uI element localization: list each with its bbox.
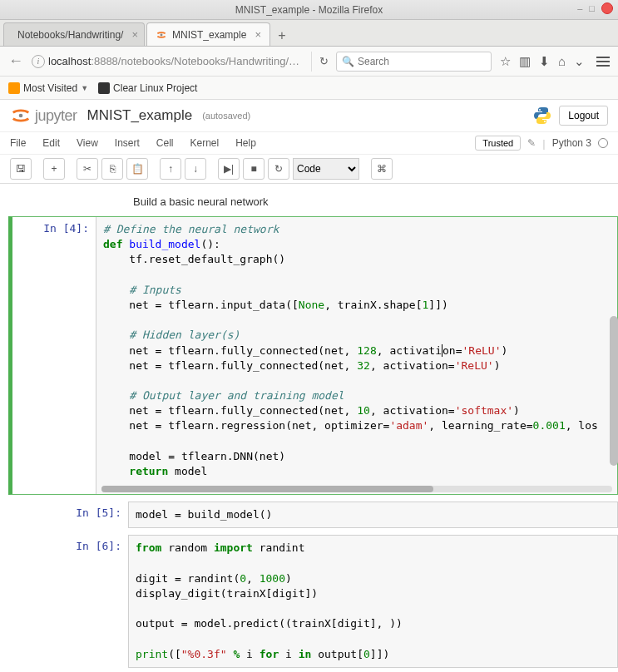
page-content: jupyter MNIST_example (autosaved) Logout… xyxy=(0,100,618,672)
restart-button[interactable]: ↻ xyxy=(268,158,289,180)
menu-view[interactable]: View xyxy=(77,137,98,149)
maximize-icon[interactable]: □ xyxy=(589,3,595,13)
bookmark-most-visited[interactable]: Most Visited ▼ xyxy=(8,82,88,94)
jupyter-logo[interactable]: jupyter xyxy=(10,105,77,126)
search-box[interactable]: 🔍 xyxy=(336,52,492,72)
vertical-scrollbar[interactable] xyxy=(610,316,618,466)
add-cell-button[interactable]: + xyxy=(43,158,65,180)
folder-icon xyxy=(8,82,20,94)
cell-prompt: In [6]: xyxy=(45,535,128,668)
horizontal-scrollbar[interactable] xyxy=(101,486,612,492)
python-logo-icon xyxy=(532,106,552,126)
menu-button[interactable] xyxy=(593,53,613,70)
menu-cell[interactable]: Cell xyxy=(156,137,174,149)
edit-icon[interactable]: ✎ xyxy=(527,137,536,149)
window-title: MNIST_example - Mozilla Firefox xyxy=(235,4,383,16)
browser-tab-strip: Notebooks/Handwriting/ × MNIST_example ×… xyxy=(0,20,618,47)
code-cell-5[interactable]: In [5]: model = build_model() xyxy=(8,502,618,528)
browser-nav-bar: ← i localhost:8888/notebooks/Notebooks/H… xyxy=(0,47,618,77)
code-editor[interactable]: model = build_model() xyxy=(129,502,617,527)
svg-point-2 xyxy=(19,114,23,118)
tab-label: MNIST_example xyxy=(172,29,246,41)
kernel-status-icon xyxy=(598,138,608,148)
new-tab-button[interactable]: + xyxy=(272,26,292,46)
site-icon xyxy=(98,82,110,94)
jupyter-menubar: File Edit View Insert Cell Kernel Help T… xyxy=(0,131,618,155)
cell-prompt: In [4]: xyxy=(12,217,96,494)
search-icon: 🔍 xyxy=(342,56,354,67)
window-controls: – □ xyxy=(577,2,613,14)
kernel-divider: | xyxy=(542,137,545,150)
tab-close-icon[interactable]: × xyxy=(255,28,261,41)
bookmark-toolbar: Most Visited ▼ Clear Linux Project xyxy=(0,77,618,100)
download-icon[interactable]: ⬇ xyxy=(539,54,550,69)
jupyter-favicon-icon xyxy=(156,29,167,41)
markdown-cell[interactable]: Build a basic neural network xyxy=(8,192,618,216)
menu-file[interactable]: File xyxy=(10,137,26,149)
site-info-icon[interactable]: i xyxy=(32,55,45,68)
run-button[interactable]: ▶| xyxy=(218,158,240,180)
reload-button[interactable]: ↻ xyxy=(311,52,331,72)
move-down-button[interactable]: ↓ xyxy=(185,158,206,180)
nav-toolbar-icons: ☆ ▥ ⬇ ⌂ ⌄ xyxy=(497,54,588,69)
close-icon[interactable] xyxy=(601,2,613,14)
tab-label: Notebooks/Handwriting/ xyxy=(17,29,123,41)
minimize-icon[interactable]: – xyxy=(577,3,582,13)
search-input[interactable] xyxy=(358,56,486,67)
browser-tab-notebook[interactable]: MNIST_example × xyxy=(146,22,270,46)
save-button[interactable]: 🖫 xyxy=(10,158,32,180)
window-titlebar: MNIST_example - Mozilla Firefox – □ xyxy=(0,0,618,20)
code-editor[interactable]: # Define the neural network def build_mo… xyxy=(96,217,617,494)
paste-button[interactable]: 📋 xyxy=(126,158,148,180)
jupyter-toolbar: 🖫 + ✂ ⎘ 📋 ↑ ↓ ▶| ■ ↻ Code ⌘ xyxy=(0,155,618,184)
move-up-button[interactable]: ↑ xyxy=(160,158,181,180)
menu-insert[interactable]: Insert xyxy=(115,137,140,149)
trusted-button[interactable]: Trusted xyxy=(475,136,521,151)
copy-button[interactable]: ⎘ xyxy=(101,158,123,180)
library-icon[interactable]: ▥ xyxy=(519,54,531,69)
pocket-icon[interactable]: ⌄ xyxy=(574,54,585,69)
command-palette-button[interactable]: ⌘ xyxy=(371,158,393,180)
notebook-cells: Build a basic neural network In [4]: # D… xyxy=(0,184,618,672)
menu-help[interactable]: Help xyxy=(235,137,256,149)
bookmark-star-icon[interactable]: ☆ xyxy=(500,54,511,69)
logout-button[interactable]: Logout xyxy=(559,106,608,126)
cell-prompt: In [5]: xyxy=(45,502,128,528)
kernel-name[interactable]: Python 3 xyxy=(552,137,591,149)
url-bar[interactable]: i localhost:8888/notebooks/Notebooks/Han… xyxy=(32,55,306,68)
jupyter-header: jupyter MNIST_example (autosaved) Logout xyxy=(0,100,618,131)
back-button[interactable]: ← xyxy=(5,52,27,70)
home-icon[interactable]: ⌂ xyxy=(558,54,566,69)
browser-tab-folder[interactable]: Notebooks/Handwriting/ × xyxy=(3,22,145,46)
chevron-down-icon: ▼ xyxy=(81,84,88,92)
menu-edit[interactable]: Edit xyxy=(42,137,60,149)
code-cell-4[interactable]: In [4]: # Define the neural network def … xyxy=(8,216,618,495)
url-text: localhost:8888/notebooks/Notebooks/Handw… xyxy=(48,55,306,67)
cut-button[interactable]: ✂ xyxy=(77,158,98,180)
autosave-status: (autosaved) xyxy=(202,111,250,121)
svg-point-1 xyxy=(161,33,163,36)
menu-kernel[interactable]: Kernel xyxy=(190,137,220,149)
jupyter-logo-icon xyxy=(10,105,32,126)
code-cell-6[interactable]: In [6]: from random import randint digit… xyxy=(8,535,618,668)
stop-button[interactable]: ■ xyxy=(243,158,265,180)
bookmark-clear-linux[interactable]: Clear Linux Project xyxy=(98,82,197,94)
code-editor[interactable]: from random import randint digit = randi… xyxy=(129,536,617,667)
notebook-name[interactable]: MNIST_example xyxy=(87,107,193,124)
cell-type-select[interactable]: Code xyxy=(293,158,359,180)
tab-close-icon[interactable]: × xyxy=(131,28,138,41)
